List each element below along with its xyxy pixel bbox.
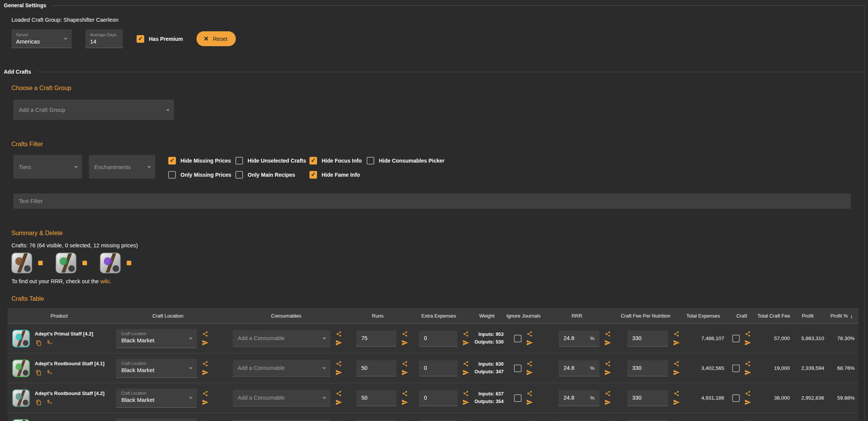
extra-expenses-input[interactable]: 0 — [419, 360, 457, 376]
column-header-weight[interactable]: Weight — [469, 308, 504, 323]
send-icon[interactable] — [673, 399, 680, 406]
rrr-input[interactable]: 24.8 % — [559, 390, 599, 406]
column-header-profit-pct[interactable]: Profit % ↓ — [825, 308, 858, 323]
share-icon[interactable] — [463, 390, 469, 397]
share-icon[interactable] — [745, 390, 751, 397]
rrr-input[interactable]: 24.8 % — [559, 331, 599, 347]
column-header-craft-location[interactable]: Craft Location — [111, 308, 225, 323]
share-icon[interactable] — [605, 361, 611, 367]
rrr-input[interactable]: 24.8 % — [559, 360, 599, 376]
ignore-journals-checkbox[interactable] — [514, 335, 522, 342]
share-icon[interactable] — [202, 361, 208, 367]
average-days-field[interactable]: Average Days 14 — [85, 29, 123, 48]
runs-input[interactable]: 50 — [356, 390, 396, 406]
share-icon[interactable] — [527, 361, 533, 367]
column-header-profit[interactable]: Profit — [791, 308, 825, 323]
five-check-icon[interactable]: 5✓ — [47, 400, 53, 405]
share-icon[interactable] — [336, 331, 342, 337]
share-icon[interactable] — [673, 361, 680, 367]
craft-checkbox[interactable] — [732, 335, 740, 342]
copy-icon[interactable] — [36, 340, 42, 346]
send-icon[interactable] — [202, 339, 209, 346]
craft-group-select[interactable]: Add a Craft Group — [13, 100, 174, 120]
send-icon[interactable] — [462, 369, 469, 376]
column-header-product[interactable]: Product — [8, 308, 111, 323]
checkbox[interactable] — [235, 171, 243, 179]
checkbox[interactable] — [168, 171, 176, 179]
craft-summary-marker-button[interactable] — [38, 261, 43, 265]
share-icon[interactable] — [463, 361, 469, 367]
share-icon[interactable] — [336, 390, 342, 397]
copy-icon[interactable] — [36, 370, 42, 376]
craft-location-select[interactable]: Craft Location Black Market — [116, 359, 197, 378]
column-header-runs[interactable]: Runs — [347, 308, 408, 323]
has-premium-checkbox[interactable] — [137, 35, 144, 43]
send-icon[interactable] — [744, 369, 751, 376]
craft-fee-input[interactable]: 330 — [627, 420, 668, 421]
send-icon[interactable] — [335, 369, 342, 376]
extra-expenses-input[interactable]: 0 — [419, 420, 457, 421]
column-header-extra-expenses[interactable]: Extra Expenses — [408, 308, 469, 323]
runs-input[interactable]: 50 — [356, 360, 396, 376]
send-icon[interactable] — [526, 369, 533, 376]
extra-expenses-input[interactable]: 0 — [419, 390, 457, 406]
send-icon[interactable] — [604, 339, 611, 346]
server-select[interactable]: Server Americas — [11, 29, 72, 48]
consumable-select[interactable]: Add a Consumable — [233, 330, 330, 347]
share-icon[interactable] — [745, 361, 751, 367]
share-icon[interactable] — [527, 331, 533, 337]
share-icon[interactable] — [605, 390, 611, 397]
send-icon[interactable] — [335, 399, 342, 406]
send-icon[interactable] — [202, 369, 209, 376]
send-icon[interactable] — [526, 339, 533, 346]
craft-summary-marker-button[interactable] — [127, 261, 131, 265]
send-icon[interactable] — [401, 399, 408, 406]
share-icon[interactable] — [673, 390, 680, 397]
send-icon[interactable] — [401, 369, 408, 376]
craft-location-select[interactable]: Craft Location Black Market — [116, 418, 197, 421]
craft-location-select[interactable]: Craft Location Black Market — [116, 329, 197, 348]
column-header-total-expenses[interactable]: Total Expenses — [680, 308, 726, 323]
send-icon[interactable] — [202, 399, 209, 406]
share-icon[interactable] — [402, 361, 408, 367]
runs-input[interactable]: 75 — [356, 420, 396, 421]
checkbox[interactable] — [309, 171, 317, 179]
share-icon[interactable] — [673, 331, 680, 337]
share-icon[interactable] — [336, 361, 342, 367]
column-header-consumables[interactable]: Consumables — [225, 308, 347, 323]
share-icon[interactable] — [402, 331, 408, 337]
ignore-journals-checkbox[interactable] — [514, 394, 522, 402]
send-icon[interactable] — [462, 399, 469, 406]
craft-location-select[interactable]: Craft Location Black Market — [116, 389, 197, 408]
column-header-total-craft-fee[interactable]: Total Craft Fee — [757, 308, 791, 323]
share-icon[interactable] — [202, 331, 208, 337]
column-header-ignore-journals[interactable]: Ignore Journals — [504, 308, 543, 323]
send-icon[interactable] — [604, 369, 611, 376]
consumable-select[interactable]: Add a Consumable — [233, 390, 330, 406]
send-icon[interactable] — [673, 339, 680, 346]
share-icon[interactable] — [605, 331, 611, 337]
send-icon[interactable] — [744, 339, 751, 346]
share-icon[interactable] — [202, 390, 208, 397]
craft-fee-input[interactable]: 330 — [627, 360, 668, 376]
column-header-craft[interactable]: Craft — [726, 308, 757, 323]
send-icon[interactable] — [604, 399, 611, 406]
extra-expenses-input[interactable]: 0 — [419, 331, 457, 347]
send-icon[interactable] — [526, 399, 533, 406]
share-icon[interactable] — [527, 390, 533, 397]
checkbox[interactable] — [309, 157, 317, 165]
checkbox[interactable] — [367, 157, 374, 165]
rrr-input[interactable]: 24.8 % — [559, 420, 599, 421]
send-icon[interactable] — [744, 399, 751, 406]
craft-checkbox[interactable] — [732, 365, 740, 372]
share-icon[interactable] — [745, 331, 751, 337]
craft-summary-marker-button[interactable] — [82, 261, 87, 265]
reset-button[interactable]: ✕ Reset — [196, 31, 235, 46]
copy-icon[interactable] — [36, 400, 42, 405]
checkbox[interactable] — [168, 157, 176, 165]
send-icon[interactable] — [462, 339, 469, 346]
craft-checkbox[interactable] — [732, 394, 740, 402]
wiki-link[interactable]: wiki — [100, 278, 110, 284]
five-check-icon[interactable]: 5✓ — [47, 340, 53, 345]
text-filter-input[interactable]: Text Filter — [13, 194, 851, 209]
